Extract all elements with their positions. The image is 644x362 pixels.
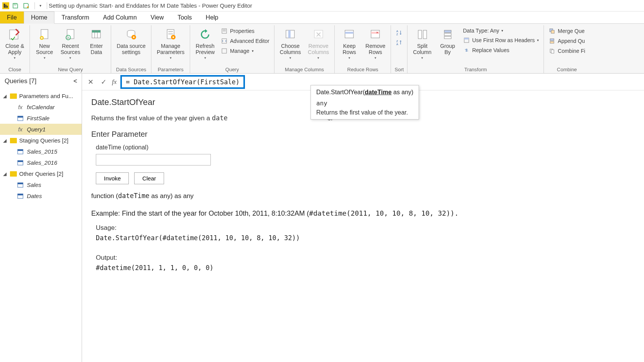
fx-icon: fx [17,126,24,133]
combine-files-button[interactable]: Combine Fi [547,47,587,55]
query-item-dates[interactable]: Dates [0,190,82,201]
remove-columns-button[interactable]: Remove Columns▾ [306,25,331,61]
svg-rect-2 [7,6,8,8]
svg-rect-32 [371,32,380,34]
title-bar: ▾ Setting up dynamic Start- and Enddates… [0,0,644,11]
collapse-panel-icon[interactable]: < [74,78,77,85]
svg-rect-31 [371,30,380,38]
query-group-staging[interactable]: ◢Staging Queries [2] [0,135,82,146]
tab-tools[interactable]: Tools [171,11,199,23]
remove-rows-button[interactable]: Remove Rows▾ [363,25,388,61]
svg-rect-17 [168,31,173,32]
group-by-button[interactable]: Group By [436,25,459,57]
svg-point-20 [172,36,174,38]
svg-text:Z: Z [396,33,398,36]
svg-point-15 [133,36,135,38]
param-label: dateTime (optional) [96,144,635,151]
svg-rect-46 [550,39,554,41]
function-signature: function (dateTime as any) as any [91,192,635,200]
usage-code: Date.StartOfYear(#datetime(2011, 10, 10,… [96,233,635,243]
data-type-button[interactable]: Data Type: Any ▾ [462,27,540,34]
formula-input[interactable]: = Date.StartOfYear(FirstSale) [120,75,245,89]
svg-text:Z: Z [396,40,398,43]
svg-text:A: A [396,30,398,33]
cancel-formula-icon[interactable]: ✕ [86,77,95,87]
folder-icon [10,171,17,177]
intellisense-tooltip: Date.StartOfYear(dateTime as any) any Re… [310,85,419,120]
new-source-button[interactable]: New Source▾ [33,25,56,61]
svg-rect-59 [18,194,23,195]
query-item-query1[interactable]: fxQuery1 [0,124,82,135]
advanced-editor-button[interactable]: Advanced Editor [219,37,271,45]
svg-rect-37 [418,30,422,39]
svg-rect-55 [18,161,23,162]
queries-panel: Queries [7] < ◢Parameters and Fu... fxfx… [0,74,82,362]
enter-parameter-heading: Enter Parameter [91,130,635,139]
tab-help[interactable]: Help [199,11,225,23]
output-code: #datetime(2011, 1, 1, 0, 0, 0) [96,263,635,273]
split-column-button[interactable]: Split Column▾ [411,25,434,61]
sort-asc-button[interactable]: AZ [394,28,404,37]
table-icon [17,160,24,166]
query-item-fxcalendar[interactable]: fxfxCalendar [0,102,82,113]
svg-rect-30 [345,32,353,34]
main-content: ✕ ✓ fx = Date.StartOfYear(FirstSale) Dat… [82,74,644,362]
recent-sources-button[interactable]: Recent Sources▾ [58,25,82,61]
properties-button[interactable]: Properties [219,27,271,35]
replace-values-button[interactable]: Replace Values [462,46,540,54]
merge-queries-button[interactable]: Merge Que [547,27,587,35]
ribbon-tabs: File Home Transform Add Column View Tool… [0,11,644,24]
clear-button[interactable]: Clear [134,172,164,184]
tab-home[interactable]: Home [24,11,55,24]
query-item-sales2016[interactable]: Sales_2016 [0,157,82,168]
svg-rect-41 [444,36,451,39]
table-icon [17,182,24,188]
output-label: Output: [96,253,635,263]
svg-rect-1 [5,5,7,8]
svg-rect-49 [551,50,554,53]
folder-icon [10,93,17,99]
save-as-icon[interactable] [22,2,30,10]
svg-rect-47 [550,41,554,43]
manage-button[interactable]: Manage ▾ [219,47,271,55]
svg-rect-18 [168,33,173,34]
svg-rect-45 [551,30,554,33]
data-source-settings-button[interactable]: Data source settings [114,25,148,57]
choose-columns-button[interactable]: Choose Columns▾ [278,25,303,61]
ribbon: Close & Apply ▾ Close New Source▾ Recent… [0,24,644,74]
table-icon [17,115,24,121]
tab-view[interactable]: View [144,11,171,23]
close-apply-button[interactable]: Close & Apply ▾ [3,25,26,61]
save-icon[interactable] [12,2,19,10]
manage-parameters-button[interactable]: Manage Parameters▾ [154,25,187,61]
append-queries-button[interactable]: Append Qu [547,37,587,45]
example-heading: Example: Find the start of the year for … [91,209,635,218]
tab-file[interactable]: File [0,11,24,23]
table-icon [17,149,24,155]
query-group-other[interactable]: ◢Other Queries [2] [0,168,82,179]
query-group-parameters[interactable]: ◢Parameters and Fu... [0,90,82,102]
enter-data-button[interactable]: Enter Data [85,25,108,57]
svg-rect-57 [18,183,23,184]
quick-access-toolbar: ▾ [12,2,41,10]
accept-formula-icon[interactable]: ✓ [99,77,108,87]
fx-label-icon[interactable]: fx [112,78,117,86]
svg-rect-29 [345,30,353,38]
invoke-button[interactable]: Invoke [96,172,129,184]
sort-desc-button[interactable]: ZA [394,38,404,47]
svg-rect-0 [4,3,5,8]
query-item-sales2015[interactable]: Sales_2015 [0,146,82,157]
tab-add-column[interactable]: Add Column [96,11,144,23]
function-doc-area: Date.StartOfYear Returns the first value… [82,90,644,362]
query-item-sales[interactable]: Sales [0,179,82,190]
parameter-input[interactable] [96,154,211,165]
app-icon [2,2,9,9]
query-item-firstsale[interactable]: FirstSale [0,113,82,124]
svg-text:A: A [396,43,398,46]
refresh-preview-button[interactable]: Refresh Preview▾ [193,25,217,61]
keep-rows-button[interactable]: Keep Rows▾ [338,25,361,61]
tab-transform[interactable]: Transform [54,11,96,23]
first-row-headers-button[interactable]: Use First Row as Headers ▾ [462,36,540,44]
qat-dropdown-icon[interactable]: ▾ [39,3,41,8]
folder-icon [10,138,17,143]
